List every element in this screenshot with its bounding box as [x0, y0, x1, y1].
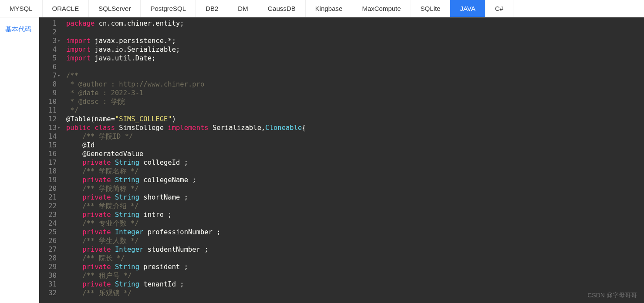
watermark: CSDN @字母哥哥: [587, 292, 637, 300]
code-line: private Integer professionNumber ;: [66, 228, 399, 236]
code-content[interactable]: package cn.com.chiner.entity;import java…: [61, 17, 399, 303]
code-line: import javax.persistence.*;: [66, 37, 399, 45]
line-number: 4: [44, 45, 57, 54]
code-line: import java.io.Serializable;: [66, 45, 399, 54]
tab-db2[interactable]: DB2: [196, 0, 228, 17]
line-number: 25: [44, 228, 57, 236]
code-line: /** 专业个数 */: [66, 219, 399, 228]
code-line: private String president ;: [66, 263, 399, 271]
line-number: 27: [44, 245, 57, 254]
line-number: 15: [44, 141, 57, 150]
code-line: /**: [66, 71, 399, 80]
line-number: 3: [44, 37, 57, 45]
code-line: * @desc : 学院: [66, 97, 399, 106]
tab-postgresql[interactable]: PostgreSQL: [141, 0, 196, 17]
code-line: * @author : http://www.chiner.pro: [66, 80, 399, 89]
line-number: 12: [44, 115, 57, 123]
tab-maxcompute[interactable]: MaxCompute: [352, 0, 411, 17]
code-line: @GeneratedValue: [66, 150, 399, 158]
tab-oracle[interactable]: ORACLE: [43, 0, 89, 17]
code-editor[interactable]: 1234567891011121314151617181920212223242…: [39, 17, 399, 303]
tab-mysql[interactable]: MYSQL: [0, 0, 43, 17]
sidebar-item-basic-code[interactable]: 基本代码: [0, 22, 39, 37]
code-line: * @date : 2022-3-1: [66, 89, 399, 97]
line-number: 28: [44, 254, 57, 263]
line-number: 9: [44, 89, 57, 97]
line-number: 6: [44, 63, 57, 71]
code-line: /** 学院名称 */: [66, 167, 399, 176]
line-number: 21: [44, 193, 57, 202]
code-line: private String tenantId ;: [66, 280, 399, 289]
line-number: 20: [44, 184, 57, 193]
code-line: /** 院长 */: [66, 254, 399, 263]
line-number: 24: [44, 219, 57, 228]
code-line: private Integer studentNumber ;: [66, 245, 399, 254]
line-number: 32: [44, 289, 57, 297]
line-number: 18: [44, 167, 57, 176]
code-line: @Table(name="SIMS_COLLEGE"): [66, 115, 399, 123]
tab-sqlite[interactable]: SQLite: [411, 0, 451, 17]
line-number: 26: [44, 236, 57, 245]
line-number: 30: [44, 271, 57, 280]
code-line: import java.util.Date;: [66, 54, 399, 63]
tab-sqlserver[interactable]: SQLServer: [89, 0, 141, 17]
code-line: private String collegeId ;: [66, 158, 399, 167]
line-number: 14: [44, 132, 57, 141]
line-number: 23: [44, 210, 57, 219]
tab-java[interactable]: JAVA: [450, 0, 485, 17]
code-line: @Id: [66, 141, 399, 150]
code-line: /** 学生人数 */: [66, 236, 399, 245]
code-line: private String intro ;: [66, 210, 399, 219]
tab-dm[interactable]: DM: [228, 0, 258, 17]
line-number: 16: [44, 150, 57, 158]
line-number: 13: [44, 123, 57, 132]
line-number: 22: [44, 202, 57, 210]
line-number: 31: [44, 280, 57, 289]
code-line: /** 学院介绍 */: [66, 202, 399, 210]
code-line: public class SimsCollege implements Seri…: [66, 123, 399, 132]
line-number: 1: [44, 19, 57, 28]
code-line: /** 学院简称 */: [66, 184, 399, 193]
code-line: package cn.com.chiner.entity;: [66, 19, 399, 28]
code-line: */: [66, 106, 399, 115]
main-area: 基本代码 12345678910111213141516171819202122…: [0, 17, 644, 303]
code-line: /** 学院ID */: [66, 132, 399, 141]
line-number: 2: [44, 28, 57, 37]
line-gutter: 1234567891011121314151617181920212223242…: [39, 17, 61, 303]
line-number: 19: [44, 176, 57, 184]
line-number: 29: [44, 263, 57, 271]
right-panel: [399, 17, 644, 303]
tab-c#[interactable]: C#: [486, 0, 513, 17]
line-number: 11: [44, 106, 57, 115]
line-number: 10: [44, 97, 57, 106]
tab-gaussdb[interactable]: GaussDB: [258, 0, 306, 17]
line-number: 5: [44, 54, 57, 63]
editor-wrap: 1234567891011121314151617181920212223242…: [39, 17, 644, 303]
code-line: /** 乐观锁 */: [66, 289, 399, 297]
code-line: /** 租户号 */: [66, 271, 399, 280]
code-line: private String collegeName ;: [66, 176, 399, 184]
tab-kingbase[interactable]: Kingbase: [306, 0, 353, 17]
code-line: [66, 63, 399, 71]
line-number: 8: [44, 80, 57, 89]
sidebar: 基本代码: [0, 17, 39, 303]
code-line: [66, 28, 399, 37]
line-number: 7: [44, 71, 57, 80]
db-tabs: MYSQLORACLESQLServerPostgreSQLDB2DMGauss…: [0, 0, 644, 17]
line-number: 17: [44, 158, 57, 167]
code-line: private String shortName ;: [66, 193, 399, 202]
